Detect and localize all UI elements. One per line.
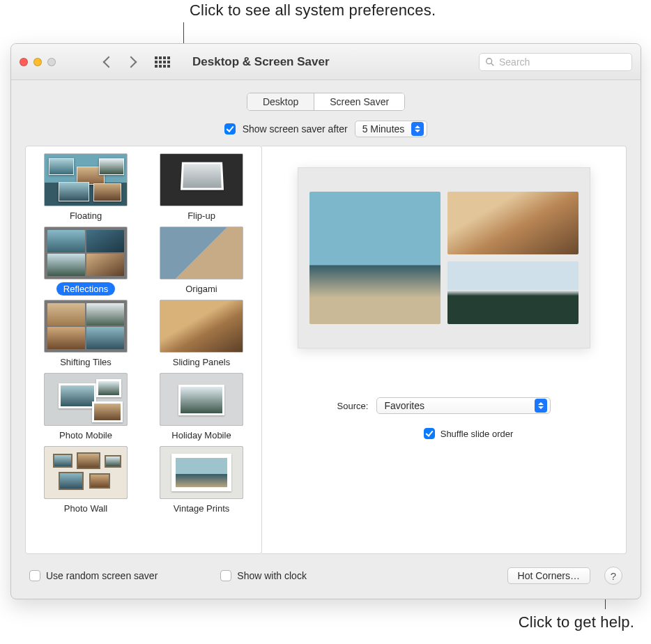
main-area: Floating Flip-up Reflections xyxy=(25,146,627,554)
footer: Use random screen saver Show with clock … xyxy=(25,554,627,589)
callout-grid: Click to see all system preferences. xyxy=(190,1,436,20)
back-button[interactable] xyxy=(105,58,113,66)
source-row: Source: Favorites xyxy=(283,397,605,414)
source-popup[interactable]: Favorites xyxy=(376,397,551,414)
random-checkbox[interactable] xyxy=(29,570,40,581)
forward-button[interactable] xyxy=(127,58,135,66)
show-after-row: Show screen saver after 5 Minutes xyxy=(25,121,627,137)
clock-label: Show with clock xyxy=(237,570,307,581)
show-after-popup[interactable]: 5 Minutes xyxy=(355,121,428,137)
saver-label: Photo Mobile xyxy=(52,429,119,442)
saver-flipup[interactable]: Flip-up xyxy=(147,153,256,222)
help-button[interactable]: ? xyxy=(604,567,622,585)
saver-photo-wall[interactable]: Photo Wall xyxy=(31,446,140,515)
savers-list[interactable]: Floating Flip-up Reflections xyxy=(25,146,262,554)
saver-label: Sliding Panels xyxy=(166,355,237,369)
show-after-checkbox[interactable] xyxy=(224,123,236,135)
saver-reflections[interactable]: Reflections xyxy=(31,227,140,296)
saver-floating[interactable]: Floating xyxy=(31,153,140,222)
preferences-window: Desktop & Screen Saver Search Desktop Sc… xyxy=(10,43,641,599)
hot-corners-button[interactable]: Hot Corners… xyxy=(507,567,590,584)
window-body: Desktop Screen Saver Show screen saver a… xyxy=(11,80,641,599)
nav-buttons xyxy=(105,58,135,66)
saver-vintage-prints[interactable]: Vintage Prints xyxy=(147,446,256,515)
svg-point-0 xyxy=(487,58,492,63)
saver-label: Floating xyxy=(63,209,109,222)
tab-desktop[interactable]: Desktop xyxy=(247,93,314,110)
preview-tile xyxy=(447,192,579,254)
saver-label: Shifting Tiles xyxy=(53,355,118,369)
search-placeholder: Search xyxy=(499,56,530,68)
saver-photo-mobile[interactable]: Photo Mobile xyxy=(31,373,140,442)
preview-pane: Source: Favorites Shuffle slide order xyxy=(262,146,627,554)
zoom-button xyxy=(47,58,56,66)
traffic-lights xyxy=(20,58,56,66)
preview-tile xyxy=(309,192,441,324)
saver-label: Origami xyxy=(178,282,224,296)
stepper-icon xyxy=(411,122,424,136)
show-after-label: Show screen saver after xyxy=(243,123,348,135)
saver-sliding-panels[interactable]: Sliding Panels xyxy=(147,300,256,369)
show-all-icon[interactable] xyxy=(155,54,170,70)
random-option[interactable]: Use random screen saver xyxy=(29,570,158,581)
preview-tile xyxy=(447,261,579,324)
random-label: Use random screen saver xyxy=(46,570,158,581)
close-button[interactable] xyxy=(20,58,28,66)
stepper-icon xyxy=(535,399,547,413)
shuffle-checkbox[interactable] xyxy=(424,428,435,439)
show-after-value: 5 Minutes xyxy=(362,123,405,135)
titlebar: Desktop & Screen Saver Search xyxy=(11,44,641,80)
saver-label: Holiday Mobile xyxy=(164,429,238,442)
source-value: Favorites xyxy=(384,400,424,411)
saver-holiday-mobile[interactable]: Holiday Mobile xyxy=(147,373,256,442)
saver-label: Photo Wall xyxy=(57,502,114,515)
tab-screensaver[interactable]: Screen Saver xyxy=(314,93,404,110)
shuffle-label: Shuffle slide order xyxy=(441,429,514,439)
window-title: Desktop & Screen Saver xyxy=(192,55,330,69)
shuffle-row: Shuffle slide order xyxy=(283,428,605,439)
svg-line-1 xyxy=(491,63,494,66)
saver-label: Vintage Prints xyxy=(167,502,237,515)
minimize-button[interactable] xyxy=(33,58,42,66)
callout-help: Click to get help. xyxy=(519,613,634,631)
search-field[interactable]: Search xyxy=(479,53,632,71)
saver-shifting-tiles[interactable]: Shifting Tiles xyxy=(31,300,140,369)
source-label: Source: xyxy=(337,401,369,411)
saver-label: Flip-up xyxy=(181,209,222,222)
tab-segmented: Desktop Screen Saver xyxy=(247,93,405,111)
saver-origami[interactable]: Origami xyxy=(147,227,256,296)
preview-box xyxy=(298,167,590,348)
clock-option[interactable]: Show with clock xyxy=(220,570,307,581)
saver-label: Reflections xyxy=(56,282,115,296)
search-icon xyxy=(485,57,495,67)
clock-checkbox[interactable] xyxy=(220,570,231,581)
